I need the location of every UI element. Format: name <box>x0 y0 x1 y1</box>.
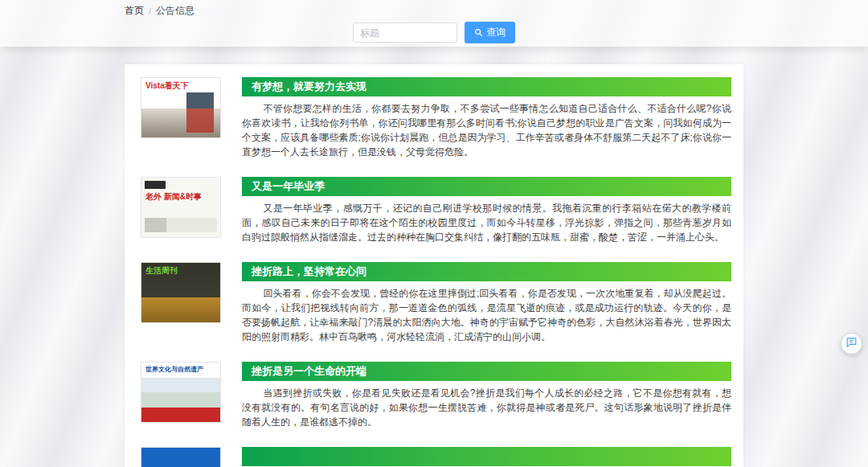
search-bar: 查询 <box>0 22 868 43</box>
article-item: Vista看天下 有梦想，就要努力去实现 不管你想要怎样的生活，你都要去努力争取… <box>141 77 731 159</box>
article-title[interactable]: 挫折路上，坚持常在心间 <box>242 262 731 281</box>
search-button-label: 查询 <box>486 26 506 39</box>
breadcrumb: 首页 / 公告信息 <box>125 4 194 18</box>
breadcrumb-separator: / <box>149 6 151 16</box>
search-button[interactable]: 查询 <box>465 22 515 43</box>
article-thumbnail[interactable]: 生活周刊 <box>141 262 221 323</box>
article-list-card: Vista看天下 有梦想，就要努力去实现 不管你想要怎样的生活，你都要去努力争取… <box>125 64 743 467</box>
article-excerpt: 回头看看，你会不会发现，曾经的你在这里摔倒过;回头看看，你是否发现，一次次地重复… <box>242 286 731 344</box>
article-body <box>242 447 731 467</box>
thumbnail-label: 老外 新闻&时事 <box>141 189 206 205</box>
breadcrumb-current: 公告信息 <box>156 4 194 18</box>
article-body: 又是一年毕业季 又是一年毕业季，感慨万千，还记的自己刚进学校那时候的情景。我拖着… <box>242 177 731 244</box>
article-excerpt: 又是一年毕业季，感慨万千，还记的自己刚进学校那时候的情景。我拖着沉重的行李箱站在… <box>242 201 731 244</box>
article-item: 老外 新闻&时事 又是一年毕业季 又是一年毕业季，感慨万千，还记的自己刚进学校那… <box>141 177 731 244</box>
thumbnail-label: Vista看天下 <box>141 78 193 94</box>
article-excerpt: 不管你想要怎样的生活，你都要去努力争取，不多尝试一些事情怎么知道自己适合什么、不… <box>242 101 731 159</box>
thumbnail-label <box>141 448 149 454</box>
search-input[interactable] <box>353 23 457 43</box>
chat-pencil-icon <box>845 336 858 351</box>
breadcrumb-home[interactable]: 首页 <box>125 4 144 18</box>
page-header: 首页 / 公告信息 查询 <box>0 0 868 47</box>
article-excerpt: 当遇到挫折或失败，你是看见失败还是看见机会?挫折是我们每个人成长的必经之路，它不… <box>242 386 731 429</box>
search-icon <box>474 28 483 37</box>
article-body: 有梦想，就要努力去实现 不管你想要怎样的生活，你都要去努力争取，不多尝试一些事情… <box>242 77 731 159</box>
thumbnail-label: 世界文化与自然遗产 <box>141 363 207 376</box>
article-thumbnail[interactable]: 世界文化与自然遗产 <box>141 362 221 423</box>
article-item: 生活周刊 挫折路上，坚持常在心间 回头看看，你会不会发现，曾经的你在这里摔倒过;… <box>141 262 731 344</box>
article-title[interactable]: 有梦想，就要努力去实现 <box>242 77 731 96</box>
article-title[interactable] <box>242 447 731 466</box>
feedback-button[interactable] <box>841 333 862 354</box>
thumbnail-label: 生活周刊 <box>141 263 182 279</box>
article-thumbnail[interactable] <box>141 447 221 467</box>
article-title[interactable]: 又是一年毕业季 <box>242 177 731 196</box>
article-body: 挫折路上，坚持常在心间 回头看看，你会不会发现，曾经的你在这里摔倒过;回头看看，… <box>242 262 731 344</box>
article-thumbnail[interactable]: 老外 新闻&时事 <box>141 177 221 238</box>
article-item <box>141 447 731 467</box>
article-thumbnail[interactable]: Vista看天下 <box>141 77 221 138</box>
article-body: 挫折是另一个生命的开端 当遇到挫折或失败，你是看见失败还是看见机会?挫折是我们每… <box>242 362 731 429</box>
article-item: 世界文化与自然遗产 挫折是另一个生命的开端 当遇到挫折或失败，你是看见失败还是看… <box>141 362 731 429</box>
article-title[interactable]: 挫折是另一个生命的开端 <box>242 362 731 381</box>
